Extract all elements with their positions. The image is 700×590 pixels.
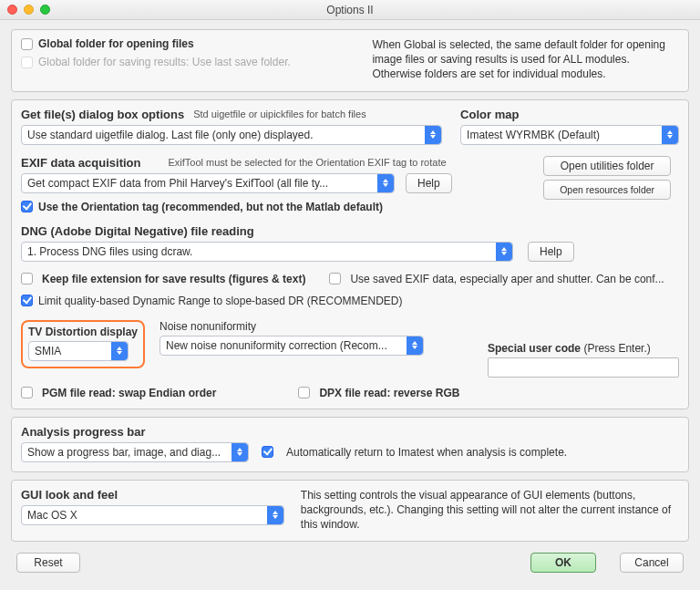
dng-label: DNG (Adobe Digital Negative) file readin…: [21, 224, 679, 238]
options-window: Options II Global folder for opening fil…: [0, 0, 700, 590]
exif-label: EXIF data acquisition: [21, 156, 140, 170]
panel-progress: Analysis progress bar Show a progress ba…: [11, 417, 689, 472]
chevron-updown-icon: [267, 506, 283, 524]
ok-button[interactable]: OK: [530, 553, 596, 573]
footer: Reset OK Cancel: [11, 549, 689, 580]
usercode-input[interactable]: [488, 357, 679, 378]
auto-return-label: Automatically return to Imatest when ana…: [286, 446, 567, 459]
global-open-label: Global folder for opening files: [38, 37, 194, 50]
window-title: Options II: [0, 4, 700, 16]
dng-select[interactable]: 1. Process DNG files using dcraw.: [21, 242, 513, 262]
getfile-label: Get file(s) dialog box options: [21, 108, 184, 121]
limit-dr-checkbox[interactable]: [21, 295, 33, 306]
noise-label: Noise nonuniformity: [160, 320, 424, 333]
gui-select[interactable]: Mac OS X: [21, 505, 284, 525]
chevron-updown-icon: [407, 336, 423, 355]
colormap-select[interactable]: Imatest WYRMBK (Default): [460, 125, 679, 145]
keep-ext-checkbox[interactable]: [21, 273, 33, 285]
panel-gui: GUI look and feel Mac OS X This setting …: [11, 480, 689, 543]
usercode-label: Special user code: [488, 342, 581, 355]
orientation-checkbox[interactable]: [21, 201, 33, 212]
progress-select[interactable]: Show a progress bar, image, and diag...: [21, 442, 249, 462]
pgm-label: PGM file read: swap Endian order: [42, 387, 216, 399]
chevron-updown-icon: [377, 174, 394, 192]
chevron-updown-icon: [232, 443, 248, 461]
use-saved-exif-label: Use saved EXIF data, especially aper and…: [350, 273, 664, 285]
tv-distortion-label: TV Distortion display: [28, 326, 138, 338]
tv-distortion-highlight: TV Distortion display SMIA: [21, 320, 145, 368]
gui-label: GUI look and feel: [21, 488, 284, 502]
pgm-checkbox[interactable]: [21, 387, 33, 399]
panel-global-folder: Global folder for opening files Global f…: [11, 29, 689, 92]
orientation-label: Use the Orientation tag (recommended, bu…: [38, 201, 383, 213]
dng-help-button[interactable]: Help: [528, 242, 574, 262]
dpx-checkbox[interactable]: [298, 387, 310, 399]
use-saved-exif-checkbox[interactable]: [329, 273, 341, 285]
open-resources-button[interactable]: Open resources folder: [543, 180, 671, 200]
reset-button[interactable]: Reset: [16, 553, 80, 573]
chevron-updown-icon: [496, 243, 512, 261]
exif-sub: ExifTool must be selected for the Orient…: [168, 157, 446, 168]
colormap-label: Color map: [460, 108, 679, 121]
global-open-checkbox[interactable]: [21, 38, 33, 50]
tv-distortion-select[interactable]: SMIA: [28, 341, 129, 361]
progress-label: Analysis progress bar: [21, 425, 679, 439]
noise-select[interactable]: New noise nonuniformity correction (Reco…: [160, 336, 424, 356]
global-save-label: Global folder for saving results: Use la…: [38, 56, 291, 68]
global-save-checkbox[interactable]: [21, 57, 33, 68]
titlebar: Options II: [0, 0, 700, 20]
getfile-sub: Std uigetfile or uipickfiles for batch f…: [193, 109, 366, 119]
usercode-hint: (Press Enter.): [583, 342, 650, 355]
chevron-updown-icon: [425, 126, 441, 144]
open-utilities-button[interactable]: Open utilities folder: [543, 156, 671, 176]
dpx-label: DPX file read: reverse RGB: [319, 387, 459, 399]
auto-return-checkbox[interactable]: [262, 446, 273, 458]
panel-main-options: Get file(s) dialog box options Std uiget…: [11, 99, 689, 409]
keep-ext-label: Keep file extension for save results (fi…: [42, 273, 305, 285]
exif-help-button[interactable]: Help: [406, 173, 452, 193]
limit-dr-label: Limit quality-based Dynamic Range to slo…: [38, 295, 402, 307]
gui-description: This setting controls the visual appeara…: [301, 488, 679, 533]
chevron-updown-icon: [662, 126, 678, 144]
chevron-updown-icon: [111, 342, 128, 360]
getfile-select[interactable]: Use standard uigetfile dialog. Last file…: [21, 125, 442, 145]
exif-select[interactable]: Get compact EXIF data from Phil Harvey's…: [21, 173, 395, 193]
cancel-button[interactable]: Cancel: [620, 553, 684, 573]
global-folder-description: When Global is selected, the same defaul…: [372, 37, 679, 82]
